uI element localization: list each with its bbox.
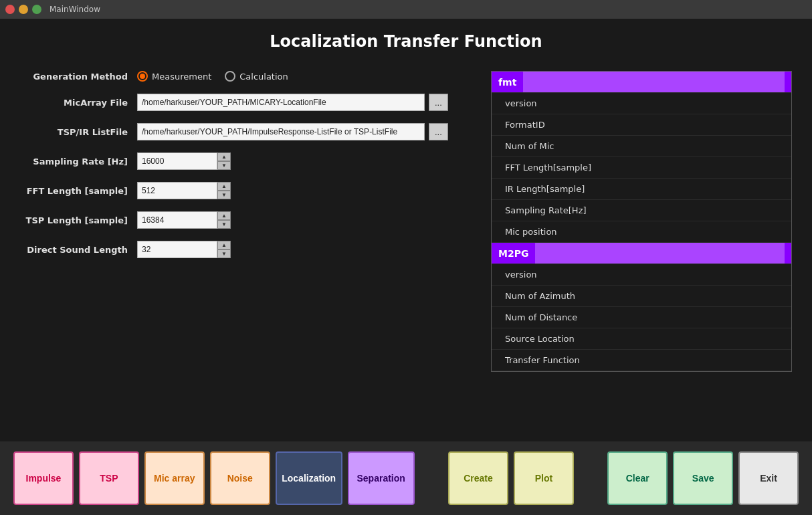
window-title: MainWindow <box>49 5 100 14</box>
direct-sound-length-label: Direct Sound Length <box>20 245 137 255</box>
radio-measurement-circle <box>137 71 148 82</box>
plot-button[interactable]: Plot <box>514 451 574 505</box>
generation-method-row: Generation Method Measurement Calculatio… <box>20 71 471 82</box>
tsp-length-spinner: ▲ ▼ <box>137 211 231 229</box>
tspir-browse-button[interactable]: ... <box>429 123 448 140</box>
direct-sound-length-spinner-btns: ▲ ▼ <box>217 241 231 258</box>
impulse-button[interactable]: Impulse <box>13 451 74 505</box>
save-button[interactable]: Save <box>673 451 733 505</box>
micarray-button[interactable]: Mic array <box>144 451 205 505</box>
right-panel: fmt version FormatID Num of Mic FFT Leng… <box>491 71 792 372</box>
tree-item-num-of-azimuth[interactable]: Num of Azimuth <box>492 286 791 307</box>
generation-method-label: Generation Method <box>20 72 137 82</box>
direct-sound-length-row: Direct Sound Length ▲ ▼ <box>20 241 471 258</box>
tsp-length-label: TSP Length [sample] <box>20 215 137 225</box>
fft-length-spinner: ▲ ▼ <box>137 182 231 199</box>
tree-group-m2pg-header-right <box>535 243 785 264</box>
direct-sound-length-input[interactable] <box>137 241 217 258</box>
separation-button[interactable]: Separation <box>348 451 415 505</box>
tsp-length-row: TSP Length [sample] ▲ ▼ <box>20 211 471 229</box>
tsp-length-spinner-btns: ▲ ▼ <box>217 211 231 229</box>
micarray-file-input-row: ... <box>137 94 448 111</box>
tree-group-fmt-header-right <box>523 72 785 92</box>
left-panel: Generation Method Measurement Calculatio… <box>20 71 471 372</box>
create-button[interactable]: Create <box>448 451 508 505</box>
tree-item-mic-position[interactable]: Mic position <box>492 221 791 243</box>
fft-length-row: FFT Length [sample] ▲ ▼ <box>20 182 471 199</box>
micarray-file-input[interactable] <box>137 94 425 111</box>
title-bar: MainWindow <box>0 0 812 19</box>
tree-item-source-location[interactable]: Source Location <box>492 328 791 350</box>
micarray-file-label: MicArray File <box>20 98 137 108</box>
fft-length-up[interactable]: ▲ <box>217 182 231 191</box>
tspir-file-input-row: ... <box>137 123 448 140</box>
maximize-button[interactable] <box>32 5 41 14</box>
tspir-file-label: TSP/IR ListFile <box>20 127 137 137</box>
sampling-rate-input[interactable] <box>137 152 217 170</box>
fft-length-down[interactable]: ▼ <box>217 191 231 199</box>
direct-sound-length-up[interactable]: ▲ <box>217 241 231 249</box>
direct-sound-length-down[interactable]: ▼ <box>217 249 231 258</box>
fft-length-spinner-btns: ▲ ▼ <box>217 182 231 199</box>
tree-group-m2pg-label: M2PG <box>498 248 528 259</box>
direct-sound-length-spinner: ▲ ▼ <box>137 241 231 258</box>
tree-item-ir-length-sample[interactable]: IR Length[sample] <box>492 179 791 200</box>
tree-item-version-m2pg[interactable]: version <box>492 264 791 286</box>
radio-calculation-circle <box>225 71 235 82</box>
localization-button[interactable]: Localization <box>276 451 342 505</box>
sampling-rate-row: Sampling Rate [Hz] ▲ ▼ <box>20 152 471 170</box>
radio-calculation-label: Calculation <box>239 72 288 82</box>
exit-button[interactable]: Exit <box>738 451 799 505</box>
tree-item-transfer-function[interactable]: Transfer Function <box>492 350 791 371</box>
fft-length-input[interactable] <box>137 182 217 199</box>
two-col-layout: Generation Method Measurement Calculatio… <box>20 71 792 372</box>
sampling-rate-up[interactable]: ▲ <box>217 152 231 161</box>
tsp-button[interactable]: TSP <box>79 451 139 505</box>
tree-item-sampling-rate-hz[interactable]: Sampling Rate[Hz] <box>492 200 791 221</box>
tsp-length-input[interactable] <box>137 211 217 229</box>
radio-measurement-inner <box>140 74 145 79</box>
micarray-browse-button[interactable]: ... <box>429 94 448 111</box>
tspir-file-input[interactable] <box>137 123 425 140</box>
close-button[interactable] <box>5 5 15 14</box>
tree-item-num-of-distance[interactable]: Num of Distance <box>492 307 791 328</box>
tree-group-fmt-header[interactable]: fmt <box>492 72 791 93</box>
fft-length-label: FFT Length [sample] <box>20 186 137 196</box>
tsp-length-up[interactable]: ▲ <box>217 211 231 220</box>
sampling-rate-spinner: ▲ ▼ <box>137 152 231 170</box>
tree-item-formatid[interactable]: FormatID <box>492 114 791 136</box>
generation-method-group: Measurement Calculation <box>137 71 288 82</box>
tree-item-num-of-mic[interactable]: Num of Mic <box>492 136 791 157</box>
bottom-toolbar: Impulse TSP Mic array Noise Localization… <box>0 441 812 515</box>
tree-group-fmt-label: fmt <box>498 77 516 88</box>
tree-item-version-fmt[interactable]: version <box>492 93 791 114</box>
tsp-length-down[interactable]: ▼ <box>217 220 231 229</box>
tree-group-m2pg-header[interactable]: M2PG <box>492 243 791 264</box>
clear-button[interactable]: Clear <box>607 451 668 505</box>
tree-container[interactable]: fmt version FormatID Num of Mic FFT Leng… <box>491 71 792 372</box>
radio-calculation[interactable]: Calculation <box>225 71 288 82</box>
radio-measurement-label: Measurement <box>152 72 211 82</box>
sampling-rate-down[interactable]: ▼ <box>217 161 231 170</box>
radio-measurement[interactable]: Measurement <box>137 71 211 82</box>
main-content: Localization Transfer Function Generatio… <box>0 19 812 379</box>
sampling-rate-label: Sampling Rate [Hz] <box>20 157 137 167</box>
sampling-rate-spinner-btns: ▲ ▼ <box>217 152 231 170</box>
page-title: Localization Transfer Function <box>20 32 792 51</box>
micarray-file-row: MicArray File ... <box>20 94 471 111</box>
minimize-button[interactable] <box>19 5 28 14</box>
tree-item-fft-length-sample[interactable]: FFT Length[sample] <box>492 157 791 179</box>
noise-button[interactable]: Noise <box>210 451 270 505</box>
tspir-file-row: TSP/IR ListFile ... <box>20 123 471 140</box>
